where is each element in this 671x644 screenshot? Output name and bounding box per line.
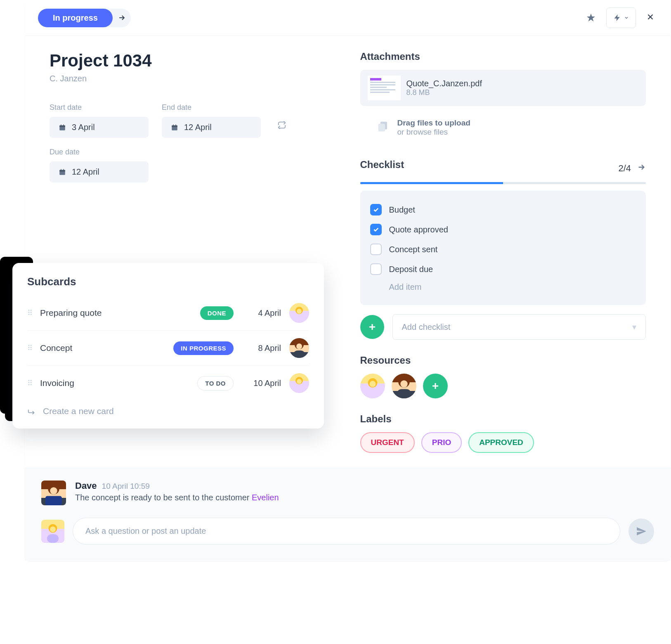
send-icon (636, 526, 647, 537)
checklist-item-label: Quote approved (389, 225, 448, 234)
svg-rect-17 (293, 350, 305, 358)
arrow-right-icon (637, 163, 646, 172)
svg-rect-10 (61, 169, 61, 170)
svg-point-24 (369, 381, 376, 387)
label-chip[interactable]: URGENT (360, 432, 415, 453)
resource-avatar[interactable] (360, 374, 385, 398)
comment-mention[interactable]: Evelien (252, 493, 279, 502)
create-subcard-label: Create a new card (43, 406, 114, 416)
subcard-assignee-avatar[interactable] (289, 303, 309, 323)
zap-icon (613, 14, 621, 22)
checklist-item-label: Concept sent (389, 245, 438, 254)
checklist-item[interactable]: Deposit due (370, 259, 636, 279)
attachment-thumb (368, 76, 401, 100)
subcard-name: Concept (40, 343, 165, 353)
add-checklist-placeholder: Add checklist (402, 322, 451, 332)
comment-avatar (41, 481, 66, 505)
drag-handle-icon[interactable]: ⠿ (27, 343, 32, 353)
add-checklist-input[interactable]: Add checklist ▾ (392, 314, 646, 340)
start-date-input[interactable]: 3 April (50, 117, 149, 138)
attachment-item[interactable]: Quote_C.Janzen.pdf 8.8 MB (360, 70, 646, 106)
labels-title: Labels (360, 413, 646, 425)
resource-avatar[interactable] (392, 374, 416, 398)
subcard-assignee-avatar[interactable] (289, 373, 309, 393)
svg-rect-28 (397, 389, 411, 399)
favorite-button[interactable] (583, 10, 599, 26)
chevron-down-icon: ▾ (632, 322, 636, 332)
chevron-down-icon (624, 15, 629, 20)
svg-rect-7 (175, 124, 176, 126)
comment-item: Dave 10 April 10:59 The concept is ready… (41, 481, 654, 505)
comment-author: Dave (75, 481, 97, 491)
svg-rect-2 (61, 124, 61, 126)
upload-dropzone[interactable]: Drag files to upload or browse files (360, 113, 646, 142)
status-group: In progress (38, 9, 131, 27)
resources-section: Resources (360, 355, 646, 398)
add-resource-button[interactable] (423, 374, 448, 398)
subcards-panel: Subcards ⠿ Preparing quote DONE 4 April … (12, 263, 324, 429)
subcard-status-badge: IN PROGRESS (173, 341, 234, 355)
svg-point-27 (400, 380, 408, 388)
end-date-input[interactable]: 12 April (162, 117, 261, 138)
end-date-label: End date (162, 103, 261, 112)
subcard-status-badge: DONE (200, 306, 234, 320)
subcard-row[interactable]: ⠿ Concept IN PROGRESS 8 April (27, 331, 309, 366)
svg-rect-3 (63, 124, 64, 126)
dropzone-line2: or browse files (397, 128, 470, 137)
svg-rect-6 (173, 124, 174, 126)
add-checklist-item[interactable]: Add item (370, 279, 636, 296)
drag-handle-icon[interactable]: ⠿ (27, 308, 32, 317)
subcard-row[interactable]: ⠿ Preparing quote DONE 4 April (27, 296, 309, 331)
project-owner: C. Janzen (50, 74, 323, 83)
subcard-assignee-avatar[interactable] (289, 338, 309, 358)
star-icon (586, 13, 596, 23)
checklist-item-label: Budget (389, 205, 415, 215)
svg-rect-20 (294, 386, 304, 393)
due-date-input[interactable]: 12 April (50, 161, 149, 182)
return-icon (27, 407, 36, 416)
drag-handle-icon[interactable]: ⠿ (27, 379, 32, 388)
svg-rect-11 (63, 169, 64, 170)
subcard-date: 10 April (242, 379, 281, 388)
svg-rect-22 (378, 123, 385, 131)
status-badge[interactable]: In progress (38, 9, 113, 27)
subcards-title: Subcards (27, 275, 309, 288)
checkbox[interactable] (370, 224, 382, 235)
svg-point-16 (296, 343, 302, 349)
checklist-expand-button[interactable] (637, 163, 646, 174)
checklist-item[interactable]: Quote approved (370, 220, 636, 239)
compose-input[interactable]: Ask a question or post an update (73, 518, 620, 545)
label-chip[interactable]: APPROVED (468, 432, 534, 453)
checkbox[interactable] (370, 204, 382, 215)
send-button[interactable] (628, 519, 654, 544)
svg-point-33 (50, 526, 56, 532)
project-title: Project 1034 (50, 51, 323, 71)
svg-rect-34 (47, 534, 59, 543)
plus-icon (367, 322, 377, 332)
subcard-date: 4 April (242, 308, 281, 318)
status-next-button[interactable] (113, 9, 131, 27)
svg-rect-1 (59, 125, 65, 127)
attachment-size: 8.8 MB (406, 88, 482, 97)
add-checklist-button[interactable] (360, 315, 384, 339)
comments-section: Dave 10 April 10:59 The concept is ready… (25, 468, 671, 561)
checkbox[interactable] (370, 244, 382, 255)
checklist-count: 2/4 (618, 163, 631, 174)
svg-rect-9 (59, 170, 65, 171)
checklist-item[interactable]: Concept sent (370, 239, 636, 259)
end-date-value: 12 April (184, 123, 212, 132)
automation-button[interactable] (606, 7, 636, 28)
attachment-name: Quote_C.Janzen.pdf (406, 79, 482, 88)
svg-point-30 (50, 487, 57, 495)
labels-section: Labels URGENTPRIOAPPROVED (360, 413, 646, 453)
checklist-item-label: Deposit due (389, 265, 433, 274)
subcard-row[interactable]: ⠿ Invoicing TO DO 10 April (27, 366, 309, 400)
create-subcard-button[interactable]: Create a new card (27, 400, 309, 416)
close-button[interactable] (643, 9, 657, 27)
label-chip[interactable]: PRIO (421, 432, 462, 453)
arrow-right-icon (118, 14, 126, 22)
repeat-button[interactable] (277, 121, 286, 132)
close-icon (646, 12, 655, 21)
checklist-item[interactable]: Budget (370, 200, 636, 220)
checkbox[interactable] (370, 263, 382, 275)
